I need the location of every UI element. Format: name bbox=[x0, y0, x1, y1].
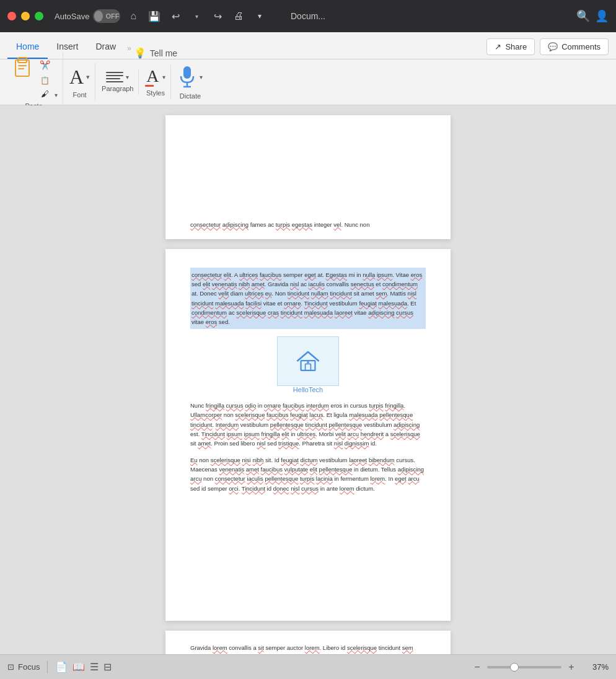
status-bar: ⊡ Focus 📄 📖 ☰ ⊟ − + 37% bbox=[0, 654, 616, 679]
dictate-group: ▾ Dictate bbox=[172, 63, 208, 102]
zoom-percentage: 37% bbox=[586, 662, 609, 672]
focus-label: Focus bbox=[18, 662, 40, 672]
title-bar: AutoSave OFF ⌂ 💾 ↩ ▾ ↪ 🖨 ▾ Docum... 🔍 👤 bbox=[0, 0, 616, 32]
paste-button[interactable] bbox=[10, 55, 35, 80]
save-icon[interactable]: 💾 bbox=[147, 9, 161, 23]
comments-label: Comments bbox=[561, 42, 601, 51]
watermark-area: HelloTech bbox=[190, 336, 426, 393]
tell-me-label: Tell me bbox=[150, 48, 177, 58]
styles-label: Styles bbox=[146, 89, 165, 97]
autosave-section: AutoSave OFF bbox=[55, 9, 120, 23]
paste-dropdown[interactable]: ▾ bbox=[55, 92, 58, 99]
styles-group: A ▾ Styles bbox=[140, 65, 171, 99]
page3-text: Gravida lorem convallis a sit semper auc… bbox=[190, 643, 426, 654]
paste-icon bbox=[13, 56, 32, 79]
toolbar-icons: ⌂ 💾 ↩ ▾ ↪ 🖨 ▾ bbox=[126, 9, 266, 23]
page2-para2: Nunc fringilla cursus odio in ornare fau… bbox=[190, 401, 426, 448]
styles-dropdown[interactable]: ▾ bbox=[162, 74, 165, 81]
undo-dropdown-icon[interactable]: ▾ bbox=[190, 9, 203, 23]
close-button[interactable] bbox=[7, 12, 16, 20]
dictate-dropdown[interactable]: ▾ bbox=[200, 74, 203, 81]
comments-button[interactable]: 💬 Comments bbox=[540, 38, 609, 55]
styles-underline bbox=[145, 85, 160, 87]
svg-point-9 bbox=[307, 361, 309, 364]
outline-view-icon[interactable]: ☰ bbox=[90, 661, 99, 673]
page2-para2-text: Nunc fringilla cursus odio in ornare fau… bbox=[190, 401, 426, 448]
print-icon[interactable]: 🖨 bbox=[232, 9, 245, 23]
comment-icon: 💬 bbox=[548, 42, 558, 51]
document-area: consectetur adipiscing fames ac turpis e… bbox=[0, 105, 616, 654]
share-label: Share bbox=[505, 42, 527, 51]
search-icon[interactable]: 🔍 bbox=[576, 9, 590, 23]
page-3: Gravida lorem convallis a sit semper auc… bbox=[165, 631, 451, 654]
page1-text: consectetur adipiscing fames ac turpis e… bbox=[190, 220, 369, 229]
paragraph-dropdown[interactable]: ▾ bbox=[126, 74, 129, 81]
svg-rect-2 bbox=[18, 65, 27, 66]
font-label: Font bbox=[73, 91, 87, 99]
cut-button[interactable]: ✂️ bbox=[37, 58, 52, 72]
zoom-minus-button[interactable]: − bbox=[471, 662, 483, 673]
focus-icon: ⊡ bbox=[7, 662, 14, 672]
zoom-slider[interactable] bbox=[487, 666, 561, 668]
ribbon-tabs: Home Insert Draw » 💡 Tell me ↗ Share 💬 C… bbox=[0, 32, 616, 59]
watermark-box bbox=[277, 336, 339, 386]
paste-group: ✂️ 📋 🖌 ▾ Paste bbox=[5, 53, 63, 112]
autosave-toggle[interactable]: OFF bbox=[93, 9, 120, 23]
format-painter-button[interactable]: 🖌 bbox=[37, 89, 52, 100]
doc-view-icon[interactable]: 📄 bbox=[55, 661, 68, 673]
page2-para3-text: Eu non scelerisque nisi nibh sit. Id feu… bbox=[190, 455, 426, 493]
ribbon-right-buttons: ↗ Share 💬 Comments bbox=[486, 38, 609, 59]
tell-me-section[interactable]: 💡 Tell me bbox=[134, 47, 177, 59]
page2-para1-selected: consectetur elit. A ultrices faucibus se… bbox=[190, 268, 426, 329]
undo-icon[interactable]: ↩ bbox=[169, 9, 182, 23]
microphone-svg bbox=[177, 65, 197, 90]
home-icon[interactable]: ⌂ bbox=[126, 9, 140, 23]
svg-rect-8 bbox=[306, 364, 311, 371]
tab-draw[interactable]: Draw bbox=[87, 37, 125, 59]
share-button[interactable]: ↗ Share bbox=[486, 38, 535, 55]
share-icon: ↗ bbox=[495, 42, 501, 51]
toolbar: ✂️ 📋 🖌 ▾ Paste A ▾ Font ▾ Pa bbox=[0, 59, 616, 105]
page-2: consectetur elit. A ultrices faucibus se… bbox=[165, 249, 451, 621]
watermark-label: HelloTech bbox=[293, 386, 323, 393]
font-a-icon: A bbox=[69, 66, 84, 89]
dictate-icon[interactable] bbox=[177, 65, 197, 90]
svg-rect-4 bbox=[183, 66, 191, 79]
focus-button[interactable]: ⊡ Focus bbox=[7, 662, 40, 672]
autosave-label: AutoSave bbox=[55, 12, 89, 21]
zoom-plus-button[interactable]: + bbox=[565, 662, 578, 673]
title-right-icons: 🔍 👤 bbox=[576, 9, 609, 23]
maximize-button[interactable] bbox=[35, 12, 43, 20]
lightbulb-icon: 💡 bbox=[134, 47, 146, 59]
zoom-knob[interactable] bbox=[510, 663, 519, 672]
user-icon[interactable]: 👤 bbox=[595, 9, 609, 23]
page2-para3: Eu non scelerisque nisi nibh sit. Id feu… bbox=[190, 455, 426, 493]
paragraph-label: Paragraph bbox=[102, 85, 133, 92]
paragraph-icon bbox=[106, 72, 123, 82]
copy-button[interactable]: 📋 bbox=[37, 74, 52, 87]
more-icon[interactable]: ▾ bbox=[253, 9, 266, 23]
dictate-label: Dictate bbox=[180, 92, 201, 100]
minimize-button[interactable] bbox=[21, 12, 30, 20]
tab-separator: » bbox=[125, 44, 134, 59]
autosave-off-label: OFF bbox=[105, 12, 119, 20]
paragraph-group: ▾ Paragraph bbox=[97, 69, 139, 95]
reading-view-icon[interactable]: 📖 bbox=[73, 661, 85, 673]
doc-title: Docum... bbox=[291, 11, 325, 22]
styles-a-icon: A bbox=[146, 68, 159, 85]
hellotech-logo bbox=[294, 348, 322, 375]
traffic-lights bbox=[7, 12, 43, 20]
toggle-knob bbox=[94, 11, 103, 22]
font-dropdown[interactable]: ▾ bbox=[86, 73, 90, 81]
page2-para1-text: consectetur elit. A ultrices faucibus se… bbox=[191, 270, 425, 326]
svg-rect-3 bbox=[18, 68, 24, 69]
zoom-controls: − + 37% bbox=[471, 662, 609, 673]
layout-view-icon[interactable]: ⊟ bbox=[103, 661, 112, 673]
status-separator-1 bbox=[47, 661, 48, 673]
page-1: consectetur adipiscing fames ac turpis e… bbox=[165, 115, 451, 239]
font-group: A ▾ Font bbox=[64, 63, 95, 101]
redo-icon[interactable]: ↪ bbox=[211, 9, 224, 23]
